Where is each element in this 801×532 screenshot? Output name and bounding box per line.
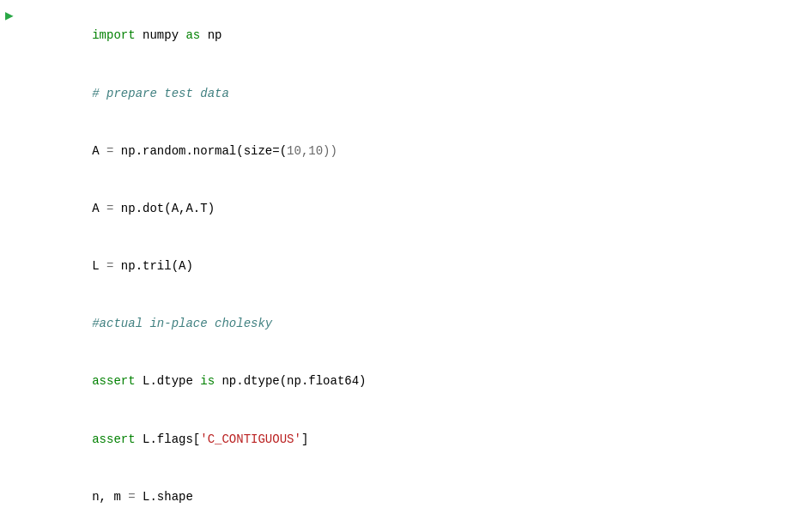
np-tril: np.tril(A): [121, 259, 193, 273]
code-line-7: assert L.dtype is np.dtype(np.float64): [34, 353, 792, 410]
kw-assert1: assert: [92, 374, 143, 388]
var-A2: A: [92, 202, 106, 215]
code-line-9: n, m = L.shape: [34, 468, 792, 525]
var-flags: L.flags[: [143, 432, 200, 446]
var-L: L: [92, 259, 106, 273]
op-close: )): [323, 144, 337, 158]
var-dtype: L.dtype: [143, 374, 200, 388]
code-line-5: L = np.tril(A): [34, 238, 792, 295]
op-eq3: =: [106, 259, 121, 273]
np-dtype: np.dtype(np.float64): [221, 374, 366, 388]
code-content: import numpy as np # prepare test data A…: [34, 7, 801, 532]
comment-prepare: # prepare test data: [92, 87, 229, 100]
notebook-container: ▶ import numpy as np # prepare test data…: [0, 0, 801, 532]
comment-cholesky: #actual in-place cholesky: [92, 317, 272, 330]
np-random: np.random.normal(size=(: [121, 144, 287, 158]
num-10a: 10: [287, 144, 301, 158]
code-line-8: assert L.flags['C_CONTIGUOUS']: [34, 410, 792, 468]
code-line-2: # prepare test data: [34, 64, 792, 122]
str-ccontiguous: 'C_CONTIGUOUS': [200, 432, 301, 446]
var-nm: n, m: [92, 490, 128, 504]
op-eq2: =: [106, 202, 121, 215]
code-cell[interactable]: ▶ import numpy as np # prepare test data…: [0, 0, 801, 532]
op-eq1: =: [106, 144, 121, 158]
num-10b: 10: [308, 144, 323, 158]
code-line-6: #actual in-place cholesky: [34, 295, 792, 353]
kw-is1: is: [200, 374, 221, 388]
op-eq4: =: [128, 490, 143, 504]
keyword-as: as: [185, 28, 207, 42]
code-line-3: A = np.random.normal(size=(10,10)): [34, 122, 792, 179]
code-line-1: import numpy as np: [34, 7, 792, 64]
var-flags-close: ]: [301, 432, 308, 446]
kw-assert2: assert: [92, 432, 143, 446]
run-indicator[interactable]: ▶: [5, 7, 14, 24]
var-lshape: L.shape: [143, 490, 193, 504]
np-dot: np.dot(A,A.T): [121, 202, 215, 215]
code-line-10: assert n==m: [34, 526, 792, 532]
var-A1: A: [92, 144, 106, 158]
var-np: np: [208, 28, 222, 42]
var-numpy: numpy: [143, 28, 185, 42]
code-line-4: A = np.dot(A,A.T): [34, 180, 792, 238]
keyword-import: import: [92, 28, 143, 42]
